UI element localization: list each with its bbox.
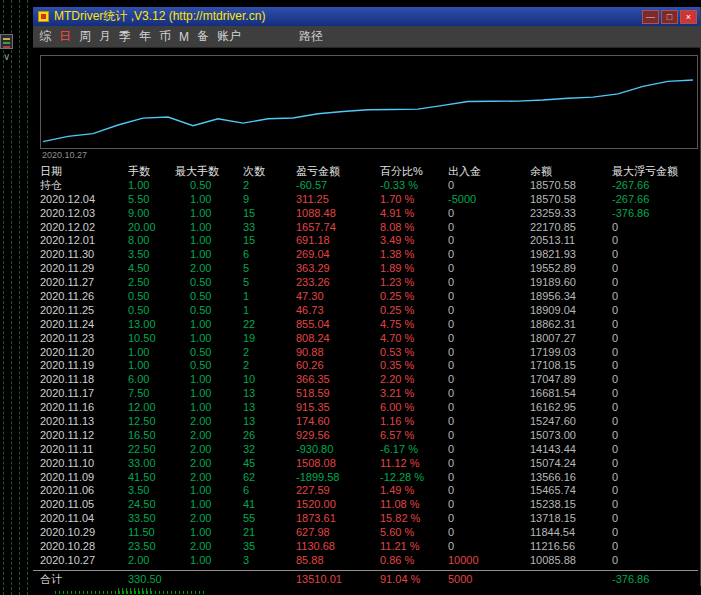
table-row[interactable]: 2020.11.260.500.50147.300.25 %018956.340 [40, 290, 700, 304]
cell: 1873.61 [296, 512, 380, 526]
table-row[interactable]: 2020.11.0433.502.00551873.6115.82 %01371… [40, 512, 700, 526]
table-row[interactable]: 2020.11.1312.502.0013174.601.16 %015247.… [40, 415, 700, 429]
cell: 35 [243, 540, 296, 554]
menu-item-账户[interactable]: 账户 [217, 28, 241, 45]
cell: 1.00 [175, 193, 243, 207]
total-separator [33, 570, 698, 571]
table-row[interactable]: 2020.11.1033.002.00451508.0811.12 %01507… [40, 457, 700, 471]
cell: 10085.88 [530, 554, 612, 568]
menu-item-M[interactable]: M [179, 30, 189, 44]
menu-item-季[interactable]: 季 [119, 28, 131, 45]
cell: 0.50 [175, 359, 243, 373]
cell: 0.86 % [380, 554, 448, 568]
menu-item-备[interactable]: 备 [197, 28, 209, 45]
table-row[interactable]: 2020.11.177.501.0013518.593.21 %016681.5… [40, 387, 700, 401]
table-row[interactable]: 2020.11.2310.501.0019808.244.70 %018007.… [40, 332, 700, 346]
menu-item-周[interactable]: 周 [79, 28, 91, 45]
cell: 22 [243, 318, 296, 332]
menu-item-年[interactable]: 年 [139, 28, 151, 45]
table-row[interactable]: 2020.10.272.001.00385.880.86 %1000010085… [40, 554, 700, 568]
table-row[interactable]: 2020.11.063.501.006227.591.49 %015465.74… [40, 484, 700, 498]
table-row[interactable]: 2020.11.272.500.505233.261.23 %019189.60… [40, 276, 700, 290]
table-row[interactable]: 持仓1.000.502-60.57-0.33 %018570.58-267.66 [40, 179, 700, 193]
table-row[interactable]: 2020.11.186.001.0010366.352.20 %017047.8… [40, 373, 700, 387]
cell: 45 [243, 457, 296, 471]
menu-item-币[interactable]: 币 [159, 28, 171, 45]
cell: 2 [243, 359, 296, 373]
cell: 15.82 % [380, 512, 448, 526]
menu-item-月[interactable]: 月 [99, 28, 111, 45]
table-row[interactable]: 2020.12.0220.001.00331657.748.08 %022170… [40, 221, 700, 235]
cell: 6 [243, 484, 296, 498]
table-row[interactable]: 2020.11.1612.001.0013915.356.00 %016162.… [40, 401, 700, 415]
cell: 1.00 [175, 248, 243, 262]
table-row[interactable]: 2020.10.2911.501.0021627.985.60 %011844.… [40, 526, 700, 540]
cell: 2020.12.04 [40, 193, 128, 207]
cell: 0 [448, 443, 530, 457]
cell: 0 [448, 373, 530, 387]
cell: 0 [612, 554, 698, 568]
cell: 0.50 [128, 290, 175, 304]
cell: 0.25 % [380, 290, 448, 304]
menu-item-路径[interactable]: 路径 [299, 28, 323, 45]
table-row[interactable]: 2020.11.250.500.50146.730.25 %018909.040 [40, 304, 700, 318]
cell: 19189.60 [530, 276, 612, 290]
table-row[interactable]: 2020.12.039.001.00151088.484.91 %023259.… [40, 207, 700, 221]
cell: 13 [243, 401, 296, 415]
menu-item-综[interactable]: 综 [39, 28, 51, 45]
cell: 2 [243, 179, 296, 193]
cell: 0 [448, 221, 530, 235]
cell: 13566.16 [530, 471, 612, 485]
cell: -5000 [448, 193, 530, 207]
cell: 0 [612, 346, 698, 360]
cell: 2.00 [175, 471, 243, 485]
cell [530, 573, 612, 587]
cell: 15238.15 [530, 498, 612, 512]
equity-line [43, 80, 693, 142]
table-row[interactable]: 2020.11.1216.502.0026929.566.57 %015073.… [40, 429, 700, 443]
table-row[interactable]: 2020.11.2413.001.0022855.044.75 %018862.… [40, 318, 700, 332]
underlying-toolbar-icon[interactable] [0, 34, 13, 49]
cell: 915.35 [296, 401, 380, 415]
table-row[interactable]: 2020.11.294.502.005363.291.89 %019552.89… [40, 262, 700, 276]
cell: -6.17 % [380, 443, 448, 457]
cell: 518.59 [296, 387, 380, 401]
cell: 18862.31 [530, 318, 612, 332]
cell: 6.57 % [380, 429, 448, 443]
table-row[interactable]: 2020.12.045.501.009311.251.70 %-50001857… [40, 193, 700, 207]
minimize-button[interactable]: — [642, 10, 659, 24]
cell: 4.91 % [380, 207, 448, 221]
cell: -0.33 % [380, 179, 448, 193]
cell: 0 [612, 401, 698, 415]
screen: ∨ MTDriver统计 ,V3.12 (http://mtdriver.cn)… [0, 0, 701, 595]
table-row[interactable]: 2020.10.2823.502.00351130.6811.21 %01121… [40, 540, 700, 554]
cell: 1.00 [175, 554, 243, 568]
cell: 13 [243, 415, 296, 429]
table-row[interactable]: 2020.11.303.501.006269.041.38 %019821.93… [40, 248, 700, 262]
table-row[interactable]: 2020.11.191.000.50260.260.35 %017108.150 [40, 359, 700, 373]
cell: 60.26 [296, 359, 380, 373]
chevron-down-icon[interactable]: ∨ [3, 52, 10, 62]
cell: 2020.12.01 [40, 234, 128, 248]
table-row[interactable]: 2020.11.1122.502.0032-930.80-6.17 %01414… [40, 443, 700, 457]
maximize-button[interactable]: □ [661, 10, 678, 24]
table-row[interactable]: 2020.12.018.001.0015691.183.49 %020513.1… [40, 234, 700, 248]
cell: 1.23 % [380, 276, 448, 290]
table-row[interactable]: 2020.11.201.000.50290.880.53 %017199.030 [40, 346, 700, 360]
cell: 1.00 [128, 179, 175, 193]
cell: 15465.74 [530, 484, 612, 498]
menu-item-日[interactable]: 日 [59, 28, 71, 45]
cell: 1.00 [175, 207, 243, 221]
close-button[interactable]: × [680, 10, 697, 24]
cell: 15 [243, 207, 296, 221]
cell: 24.50 [128, 498, 175, 512]
cell: 4.70 % [380, 332, 448, 346]
cell: 1 [243, 304, 296, 318]
cell: 持仓 [40, 179, 128, 193]
cell: 1508.08 [296, 457, 380, 471]
cell: 1.00 [175, 526, 243, 540]
table-row[interactable]: 2020.11.0941.502.0062-1899.58-12.28 %013… [40, 471, 700, 485]
cell: 10 [243, 373, 296, 387]
table-row[interactable]: 2020.11.0524.501.00411520.0011.08 %01523… [40, 498, 700, 512]
cell: 0 [612, 415, 698, 429]
